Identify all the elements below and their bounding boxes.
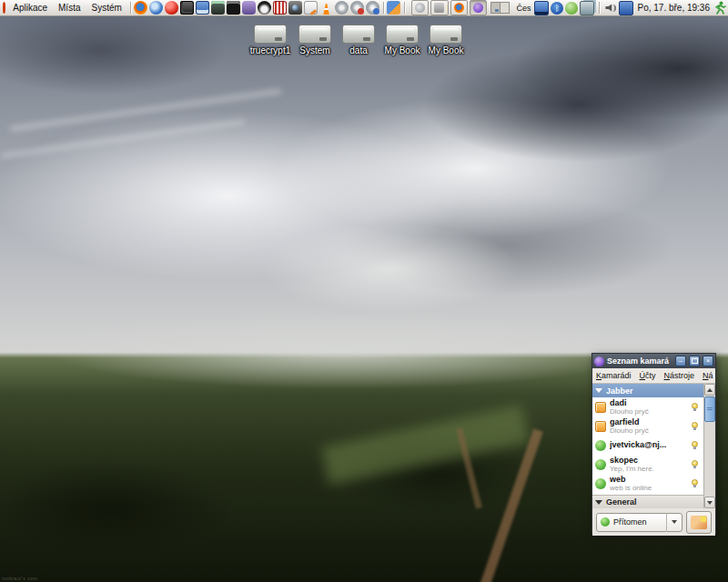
maximize-button[interactable]	[689, 356, 700, 366]
buddy-row-web[interactable]: web web is online	[592, 474, 703, 493]
status-selector[interactable]: Přítomen	[596, 513, 682, 532]
buddy-status-text: web is online	[610, 485, 687, 492]
menu-accounts[interactable]: Účty	[640, 371, 656, 380]
firefox-window-icon	[454, 3, 464, 13]
harddisk-icon	[430, 25, 462, 44]
penguin-game-icon[interactable]	[258, 1, 271, 15]
disc-burn-icon[interactable]	[350, 1, 364, 15]
contrail-streak	[10, 88, 281, 132]
roster-scrollbar[interactable]	[703, 384, 715, 508]
system-tray: ᛒ	[534, 1, 633, 15]
scroll-up-button[interactable]	[704, 384, 715, 396]
workspace-1[interactable]	[491, 3, 500, 13]
workspace-switcher[interactable]	[490, 2, 510, 14]
display-icon[interactable]	[534, 1, 549, 15]
buddy-text: skopec Yep, I'm here.	[610, 457, 687, 473]
buddy-text: garfield Dlouho pryč	[610, 418, 687, 435]
blue-app-icon[interactable]	[196, 1, 209, 15]
buddy-row-garfield[interactable]: garfield Dlouho pryč	[592, 416, 703, 436]
green-status-icon[interactable]	[565, 2, 578, 15]
maximize-glyph	[692, 358, 698, 364]
ubuntu-logo-icon[interactable]	[3, 2, 5, 14]
buddy-name: dadi	[610, 399, 687, 407]
pidgin-window-icon	[473, 3, 483, 13]
disc-icon[interactable]	[335, 1, 349, 15]
dropdown-section[interactable]	[666, 513, 682, 532]
apple-icon[interactable]	[165, 1, 178, 15]
menu-applications[interactable]: Aplikace	[7, 0, 53, 15]
buddy-row-dadi[interactable]: dadi Dlouho pryč	[592, 397, 703, 416]
status-bar: Přítomen	[592, 508, 715, 536]
keyboard-layout-indicator[interactable]: Čes	[512, 4, 534, 13]
buddy-name: web	[610, 476, 687, 484]
buddy-icon-button[interactable]	[686, 511, 712, 534]
dictionary-icon[interactable]	[273, 1, 287, 15]
scroll-down-button[interactable]	[704, 497, 715, 508]
taskbar-window-1[interactable]: [D...	[411, 0, 429, 15]
buddy-icon-thumbnail	[691, 516, 707, 529]
away-status-icon	[595, 421, 606, 432]
buddy-text: web web is online	[610, 476, 687, 492]
disc-copy-icon[interactable]	[366, 1, 379, 15]
buddy-text: jvetvicka@nj...	[610, 441, 687, 449]
dirt-path	[479, 428, 543, 582]
menu-buddies[interactable]: Kamarádi	[596, 371, 632, 380]
online-status-icon	[595, 440, 606, 451]
harddisk-icon	[386, 25, 419, 44]
taskbar-window-3-label: [We...	[467, 4, 468, 13]
harddisk-icon	[254, 25, 287, 44]
desktop-icon-mybook-2[interactable]: My Book	[417, 25, 475, 55]
buddy-row-jvetvicka[interactable]: jvetvicka@nj...	[592, 436, 703, 455]
thunderbird-icon[interactable]	[149, 1, 163, 15]
terminal-icon[interactable]	[227, 1, 240, 15]
taskbar-window-2-label: [4. ...	[447, 4, 448, 13]
purple-app-icon[interactable]	[242, 1, 256, 15]
online-status-icon	[601, 517, 610, 527]
lightbulb-icon	[691, 403, 699, 411]
group-header-jabber[interactable]: Jabber	[592, 384, 703, 397]
buddy-name: skopec	[610, 457, 687, 465]
menu-places[interactable]: Místa	[53, 0, 86, 15]
menu-tools[interactable]: Nástroje	[664, 371, 695, 380]
group-name: General	[606, 497, 637, 507]
volume-icon[interactable]	[604, 2, 617, 15]
panel-separator	[599, 2, 600, 14]
bluetooth-icon[interactable]: ᛒ	[551, 2, 563, 15]
buddy-row-skopec[interactable]: skopec Yep, I'm here.	[592, 455, 703, 474]
taskbar-window-3[interactable]: [We...	[450, 0, 468, 15]
camera-icon[interactable]	[288, 1, 302, 15]
buddy-status-text: Yep, I'm here.	[610, 466, 687, 473]
arrow-down-icon	[707, 501, 713, 505]
sound-wave-shape	[611, 5, 616, 12]
group-name: Jabber	[606, 386, 633, 396]
calculator-icon[interactable]	[211, 1, 225, 15]
close-button[interactable]: ×	[703, 356, 713, 366]
taskbar-window-4-active[interactable]: Se...	[470, 0, 487, 15]
lightbulb-icon	[691, 479, 699, 487]
round-app-icon	[415, 3, 425, 13]
away-status-icon	[595, 402, 606, 413]
expander-icon	[595, 500, 602, 505]
workspace-window-thumb	[495, 9, 499, 12]
workspace-2[interactable]	[500, 3, 509, 13]
harddisk-icon	[342, 25, 375, 44]
window-menubar: Kamarádi Účty Nástroje Ná	[592, 368, 715, 384]
group-header-general[interactable]: General	[592, 495, 703, 508]
menu-system[interactable]: Systém	[86, 0, 126, 15]
vlc-icon[interactable]	[319, 1, 333, 15]
blue-box-icon[interactable]	[619, 1, 633, 15]
network-icon[interactable]	[580, 1, 594, 15]
minimize-button[interactable]: –	[675, 356, 686, 366]
firefox-icon[interactable]	[134, 1, 147, 15]
window-titlebar[interactable]: Seznam kamará – ×	[592, 354, 715, 368]
running-man-icon[interactable]	[713, 1, 726, 15]
buddy-status-text: Dlouho pryč	[610, 408, 687, 416]
online-status-icon	[595, 459, 606, 470]
text-editor-icon[interactable]	[304, 1, 318, 15]
scrollbar-thumb[interactable]	[704, 396, 715, 422]
dark-app-icon[interactable]	[180, 1, 194, 15]
taskbar-window-2[interactable]: [4. ...	[430, 0, 448, 15]
panel-clock[interactable]: Po, 17. bře, 19:36	[633, 3, 713, 13]
updates-icon[interactable]	[387, 1, 400, 15]
menu-help-truncated[interactable]: Ná	[703, 371, 713, 380]
